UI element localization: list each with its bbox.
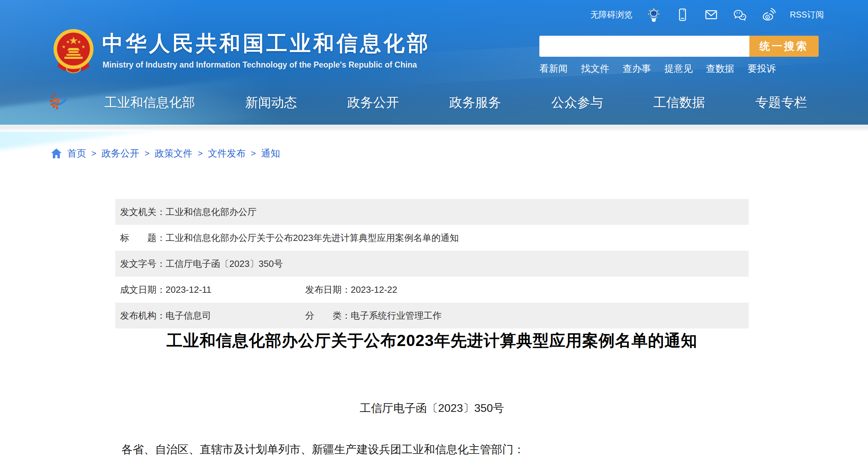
meta-cell-publish-date: 发布日期：2023-12-22 [305, 284, 397, 296]
meta-label: 发文字号： [120, 258, 166, 270]
quick-link-suggest[interactable]: 提意见 [664, 62, 693, 75]
breadcrumb-home[interactable]: 首页 [67, 147, 86, 160]
meta-label: 标 题： [120, 232, 166, 244]
meta-row-issuing-agency: 发文机关：工业和信息化部办公厅 [115, 199, 749, 225]
nav-item-gov-service[interactable]: 政务服务 [449, 94, 501, 111]
search-input[interactable] [539, 36, 749, 57]
header-divider [0, 125, 868, 132]
quick-link-news[interactable]: 看新闻 [539, 62, 568, 75]
svg-text:e: e [51, 92, 60, 110]
search-button[interactable]: 统一搜索 [749, 36, 819, 57]
quick-link-complaint[interactable]: 要投诉 [748, 62, 776, 75]
svg-text:★: ★ [77, 39, 81, 44]
meta-value: 2023-12-11 [166, 284, 211, 295]
meta-value: 2023-12-22 [351, 284, 397, 295]
nav-item-topics[interactable]: 专题专栏 [755, 94, 807, 111]
meta-row-dates: 成文日期：2023-12-11 发布日期：2023-12-22 [115, 277, 749, 303]
wechat-icon[interactable] [733, 7, 747, 22]
utility-bar: 无障碍浏览 [590, 6, 824, 24]
quick-link-services[interactable]: 查办事 [623, 62, 651, 75]
site-title: 中华人民共和国工业和信息化部 [102, 29, 430, 58]
svg-text:★: ★ [62, 44, 66, 49]
nav-item-miit[interactable]: 工业和信息化部 [104, 94, 195, 111]
svg-text:★: ★ [81, 44, 85, 49]
meta-label: 发布日期： [305, 284, 351, 296]
home-icon[interactable] [51, 148, 62, 159]
breadcrumb-policy-files[interactable]: 政策文件 [155, 147, 192, 160]
site-logo[interactable]: ★ ★ ★ ★ ★ [52, 29, 94, 75]
meta-label: 分 类： [305, 310, 351, 322]
breadcrumb-separator: > [91, 148, 96, 158]
breadcrumb-separator: > [198, 148, 203, 158]
breadcrumb-notice[interactable]: 通知 [261, 147, 280, 160]
meta-value: 工业和信息化部办公厅关于公布2023年先进计算典型应用案例名单的通知 [166, 232, 459, 244]
rss-link[interactable]: RSS订阅 [790, 9, 824, 20]
meta-label: 发布机构： [120, 310, 166, 322]
meta-value: 电子系统行业管理工作 [351, 310, 442, 322]
breadcrumb-file-release[interactable]: 文件发布 [208, 147, 246, 160]
svg-text:★: ★ [66, 39, 70, 44]
document-meta-table: 发文机关：工业和信息化部办公厅 标 题：工业和信息化部办公厅关于公布2023年先… [115, 199, 749, 329]
quick-links: 看新闻 找文件 查办事 提意见 查数据 要投诉 [539, 62, 776, 75]
national-emblem-icon: ★ ★ ★ ★ ★ [52, 29, 94, 75]
breadcrumb-separator: > [145, 148, 149, 158]
nav-item-data[interactable]: 工信数据 [653, 94, 705, 111]
meta-value: 电子信息司 [166, 310, 211, 322]
document-number: 工信厅电子函〔2023〕350号 [115, 401, 749, 416]
site-subtitle: Ministry of Industry and Information Tec… [103, 60, 417, 70]
miit-e-logo-icon: e [48, 92, 68, 111]
meta-label: 成文日期： [120, 284, 166, 296]
quick-link-data[interactable]: 查数据 [706, 62, 734, 75]
meta-value: 工业和信息化部办公厅 [166, 206, 257, 218]
meta-value: 工信厅电子函〔2023〕350号 [166, 258, 283, 270]
breadcrumb-gov-open[interactable]: 政务公开 [102, 147, 139, 160]
nav-item-news[interactable]: 新闻动态 [245, 94, 297, 111]
search-box: 统一搜索 [539, 36, 819, 57]
meta-cell-category: 分 类：电子系统行业管理工作 [305, 310, 442, 322]
nav-item-gov-open[interactable]: 政务公开 [347, 94, 399, 111]
nav-item-participation[interactable]: 公众参与 [551, 94, 603, 111]
breadcrumb-separator: > [251, 148, 256, 158]
document-salutation: 各省、自治区、直辖市及计划单列市、新疆生产建设兵团工业和信息化主管部门： [121, 442, 525, 457]
meta-label: 发文机关： [120, 206, 166, 218]
quick-link-files[interactable]: 找文件 [581, 62, 609, 75]
meta-row-title: 标 题：工业和信息化部办公厅关于公布2023年先进计算典型应用案例名单的通知 [115, 225, 749, 251]
document-title: 工业和信息化部办公厅关于公布2023年先进计算典型应用案例名单的通知 [115, 330, 749, 352]
miit-notice-page: 无障碍浏览 [0, 0, 868, 470]
accessibility-link[interactable]: 无障碍浏览 [590, 9, 632, 20]
meta-row-publisher: 发布机构：电子信息司 分 类：电子系统行业管理工作 [115, 303, 749, 329]
mobile-icon[interactable] [675, 7, 690, 22]
main-nav: 工业和信息化部 新闻动态 政务公开 政务服务 公众参与 工信数据 专题专栏 [104, 94, 807, 111]
meta-row-doc-number: 发文字号：工信厅电子函〔2023〕350号 [115, 251, 749, 277]
weibo-icon[interactable] [761, 7, 776, 22]
site-header: 无障碍浏览 [0, 0, 868, 125]
mail-icon[interactable] [704, 7, 719, 22]
breadcrumb: 首页 > 政务公开 > 政策文件 > 文件发布 > 通知 [51, 147, 280, 160]
mascot-icon[interactable] [646, 7, 661, 22]
